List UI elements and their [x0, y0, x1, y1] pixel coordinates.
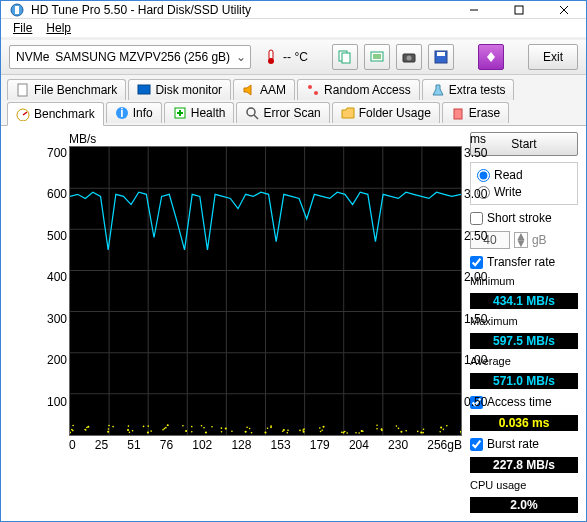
svg-point-108	[376, 428, 378, 430]
svg-point-89	[282, 430, 284, 432]
drive-name: SAMSUNG MZVPV256 (256 gB)	[55, 50, 230, 64]
tab-random-access[interactable]: Random Access	[297, 79, 420, 100]
titlebar: HD Tune Pro 5.50 - Hard Disk/SSD Utility	[1, 1, 586, 19]
svg-rect-17	[138, 85, 150, 94]
svg-point-43	[69, 432, 71, 434]
svg-point-93	[299, 430, 301, 432]
svg-point-97	[320, 431, 322, 433]
svg-point-53	[108, 428, 110, 430]
temperature-value: -- °C	[283, 50, 308, 64]
svg-point-57	[129, 431, 131, 433]
svg-point-121	[446, 425, 448, 427]
tab-aam[interactable]: AAM	[233, 79, 295, 100]
close-button[interactable]	[541, 1, 586, 18]
save-button[interactable]	[428, 44, 454, 70]
tab-row-1: File Benchmark Disk monitor AAM Random A…	[1, 75, 586, 102]
window-title: HD Tune Pro 5.50 - Hard Disk/SSD Utility	[31, 3, 451, 17]
svg-point-79	[245, 431, 247, 433]
svg-point-116	[422, 432, 424, 434]
thermometer-icon	[263, 49, 279, 65]
y-axis-right: 3.503.002.502.001.501.000.50	[464, 146, 492, 436]
health-icon	[173, 106, 187, 120]
svg-point-7	[268, 58, 274, 64]
y-left-unit: MB/s	[69, 132, 96, 146]
svg-text:i: i	[120, 106, 123, 120]
svg-point-76	[221, 431, 223, 433]
svg-point-80	[246, 426, 248, 428]
svg-point-69	[191, 426, 193, 428]
options-button[interactable]	[478, 44, 504, 70]
svg-point-109	[376, 424, 378, 426]
y-right-unit: ms	[470, 132, 486, 146]
tab-info[interactable]: iInfo	[106, 102, 162, 123]
svg-point-72	[203, 427, 205, 429]
svg-point-67	[185, 430, 187, 432]
maximize-button[interactable]	[496, 1, 541, 18]
tab-benchmark[interactable]: Benchmark	[7, 102, 104, 126]
svg-point-63	[167, 424, 169, 426]
menubar: File Help	[1, 19, 586, 40]
drive-selector[interactable]: NVMe SAMSUNG MZVPV256 (256 gB) ⌄	[9, 45, 251, 69]
svg-rect-1	[15, 6, 19, 14]
tab-file-benchmark[interactable]: File Benchmark	[7, 79, 126, 100]
svg-point-100	[341, 431, 343, 433]
svg-point-52	[108, 425, 110, 427]
screenshot-button[interactable]	[396, 44, 422, 70]
svg-point-101	[346, 432, 348, 434]
svg-point-61	[150, 430, 152, 432]
svg-point-51	[107, 431, 109, 433]
copy-screenshot-button[interactable]	[364, 44, 390, 70]
app-icon	[9, 2, 25, 18]
svg-point-25	[247, 108, 255, 116]
svg-point-111	[400, 431, 402, 433]
menu-help[interactable]: Help	[40, 19, 77, 37]
file-icon	[16, 83, 30, 97]
tab-extra-tests[interactable]: Extra tests	[422, 79, 515, 100]
svg-point-120	[439, 431, 441, 433]
svg-point-68	[182, 425, 184, 427]
svg-point-49	[85, 429, 87, 431]
tab-health[interactable]: Health	[164, 102, 235, 123]
svg-point-119	[440, 427, 442, 429]
toolbar: NVMe SAMSUNG MZVPV256 (256 gB) ⌄ -- °C E…	[1, 40, 586, 75]
tab-row-2: Benchmark iInfo Health Error Scan Folder…	[1, 102, 586, 125]
minimize-button[interactable]	[451, 1, 496, 18]
svg-point-105	[362, 430, 364, 432]
svg-point-77	[221, 427, 223, 429]
svg-point-19	[314, 91, 318, 95]
svg-line-26	[254, 115, 258, 119]
chart-area: MB/s ms 700600500400300200100 3.503.002.…	[9, 132, 462, 513]
exit-button[interactable]: Exit	[528, 44, 578, 70]
svg-point-18	[308, 85, 312, 89]
svg-point-90	[287, 430, 289, 432]
svg-point-59	[147, 432, 149, 434]
monitor-icon	[137, 83, 151, 97]
info-icon: i	[115, 106, 129, 120]
svg-point-73	[211, 426, 213, 428]
gauge-icon	[16, 107, 30, 121]
svg-rect-27	[454, 109, 462, 119]
svg-point-117	[417, 431, 419, 433]
drive-prefix: NVMe	[16, 50, 49, 64]
svg-point-71	[205, 432, 207, 434]
tab-error-scan[interactable]: Error Scan	[236, 102, 329, 123]
svg-point-65	[162, 429, 164, 431]
svg-point-96	[321, 429, 323, 431]
tab-folder-usage[interactable]: Folder Usage	[332, 102, 440, 123]
svg-point-13	[406, 56, 411, 61]
svg-point-104	[355, 432, 357, 434]
svg-point-82	[249, 428, 251, 430]
svg-rect-15	[437, 52, 445, 56]
temperature-display: -- °C	[257, 49, 314, 65]
svg-point-113	[398, 428, 400, 430]
svg-point-110	[381, 430, 383, 432]
tab-disk-monitor[interactable]: Disk monitor	[128, 79, 231, 100]
menu-file[interactable]: File	[7, 19, 38, 37]
svg-rect-9	[342, 53, 350, 63]
svg-point-55	[127, 429, 129, 431]
svg-point-64	[164, 428, 166, 430]
window-controls	[451, 1, 586, 18]
tab-erase[interactable]: Erase	[442, 102, 509, 123]
copy-info-button[interactable]	[332, 44, 358, 70]
svg-point-46	[72, 425, 74, 427]
